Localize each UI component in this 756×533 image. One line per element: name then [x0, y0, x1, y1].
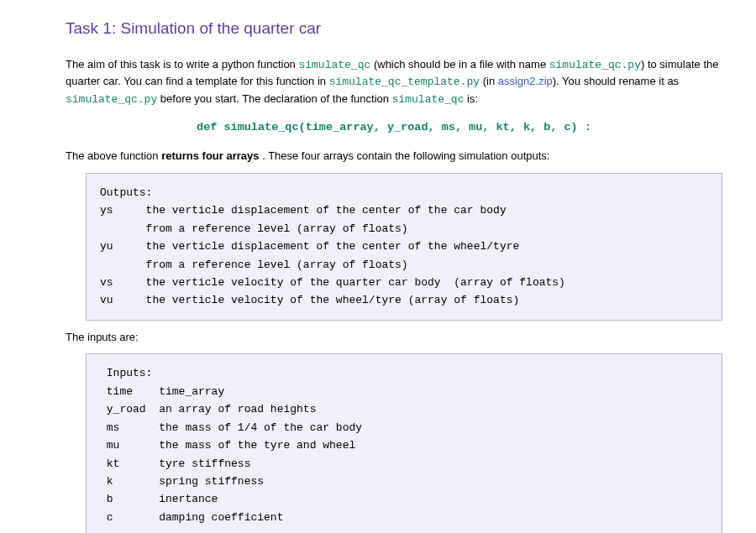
text: (which should be in a file with name — [370, 58, 549, 71]
code-simulate-qc-py-2: simulate_qc.py — [66, 93, 157, 106]
code-simulate-qc-2: simulate_qc — [392, 93, 465, 106]
function-signature: def simulate_qc(time_array, y_road, ms, … — [66, 119, 722, 136]
inputs-label: The inputs are: — [66, 329, 722, 346]
text: The aim of this task is to write a pytho… — [66, 58, 298, 71]
code-simulate-qc: simulate_qc — [298, 59, 370, 71]
text: ). You should rename it as — [553, 75, 679, 87]
document-container: Task 1: Simulation of the quarter car Th… — [0, 0, 756, 533]
assign2-zip-link[interactable]: assign2.zip — [498, 75, 553, 87]
outputs-code-block: Outputs: ys the verticle displacement of… — [86, 173, 722, 321]
returns-four-arrays: returns four arrays — [161, 149, 259, 162]
intro-paragraph: The aim of this task is to write a pytho… — [66, 56, 722, 108]
text: is: — [464, 92, 478, 105]
code-simulate-qc-py: simulate_qc.py — [549, 59, 641, 71]
text: The above function — [66, 149, 161, 162]
text: before you start. The declaration of the… — [157, 92, 391, 105]
text: (in — [480, 75, 498, 87]
returns-paragraph: The above function returns four arrays .… — [66, 148, 722, 165]
task-heading: Task 1: Simulation of the quarter car — [66, 17, 722, 41]
text: . These four arrays contain the followin… — [260, 149, 550, 162]
inputs-code-block: Inputs: time time_array y_road an array … — [86, 353, 722, 533]
code-template-py: simulate_qc_template.py — [329, 76, 480, 88]
